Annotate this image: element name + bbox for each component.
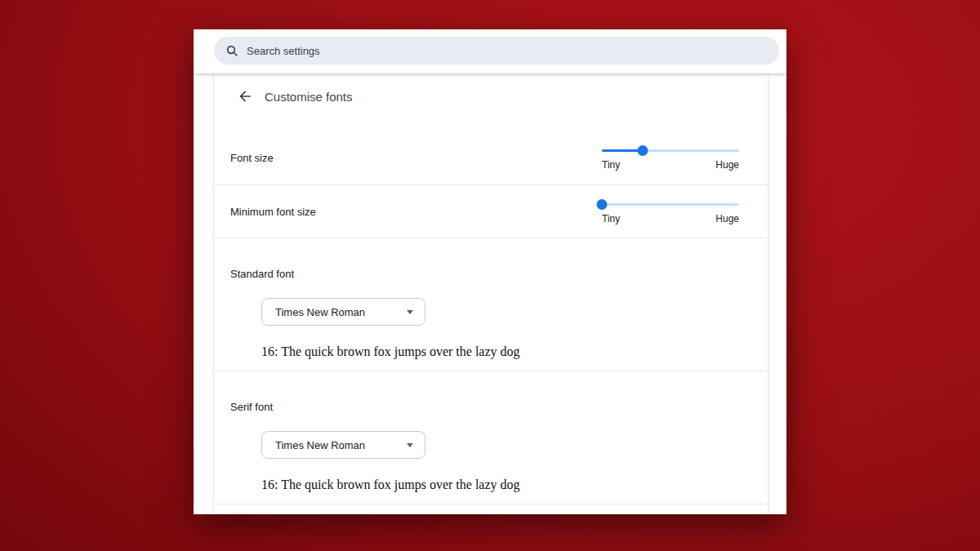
card-bottom-filler <box>214 504 768 514</box>
minimum-font-size-slider[interactable]: Tiny Huge <box>602 198 739 224</box>
standard-font-label: Standard font <box>230 268 768 281</box>
slider-scale-labels: Tiny Huge <box>602 159 739 171</box>
font-size-slider[interactable]: Tiny Huge <box>602 144 739 171</box>
search-placeholder-text: Search settings <box>247 45 320 57</box>
search-toolbar: Search settings <box>194 29 786 73</box>
settings-window: Search settings Customise fonts <box>194 29 786 514</box>
serif-font-section: Serif font Times New Roman 16: The quick… <box>214 371 768 504</box>
search-icon <box>225 44 238 57</box>
page-title: Customise fonts <box>265 90 353 104</box>
customise-fonts-card: Customise fonts Font size Tiny Huge <box>214 73 768 514</box>
dropdown-caret-icon <box>407 310 413 314</box>
font-size-label: Font size <box>230 152 274 164</box>
slider-min-label: Tiny <box>602 213 620 224</box>
page-header: Customise fonts <box>214 73 768 119</box>
font-size-row: Font size Tiny Huge <box>214 119 768 184</box>
standard-font-section: Standard font Times New Roman 16: The qu… <box>214 238 768 371</box>
selected-font-name: Times New Roman <box>275 439 365 451</box>
minimum-font-size-label: Minimum font size <box>230 206 316 218</box>
slider-max-label: Huge <box>715 213 739 224</box>
minimum-font-size-row: Minimum font size Tiny Huge <box>214 185 768 238</box>
serif-font-preview: 16: The quick brown fox jumps over the l… <box>261 478 768 492</box>
slider-track-inactive <box>602 203 739 206</box>
settings-content: Customise fonts Font size Tiny Huge <box>194 73 786 514</box>
standard-font-preview: 16: The quick brown fox jumps over the l… <box>261 344 768 359</box>
slider-track[interactable] <box>602 144 739 156</box>
selected-font-name: Times New Roman <box>275 306 365 318</box>
serif-font-select[interactable]: Times New Roman <box>261 431 425 459</box>
desktop-background: Search settings Customise fonts <box>0 0 980 551</box>
serif-font-label: Serif font <box>230 401 768 414</box>
slider-thumb[interactable] <box>597 199 608 210</box>
slider-thumb[interactable] <box>638 145 648 156</box>
slider-min-label: Tiny <box>602 159 620 171</box>
slider-track[interactable] <box>602 198 739 210</box>
arrow-left-icon <box>237 88 253 104</box>
slider-track-active <box>602 149 643 152</box>
standard-font-select[interactable]: Times New Roman <box>261 298 425 326</box>
dropdown-caret-icon <box>407 443 413 447</box>
slider-max-label: Huge <box>715 159 739 171</box>
back-button[interactable] <box>234 85 256 108</box>
settings-search-field[interactable]: Search settings <box>214 37 779 64</box>
slider-scale-labels: Tiny Huge <box>602 213 739 224</box>
